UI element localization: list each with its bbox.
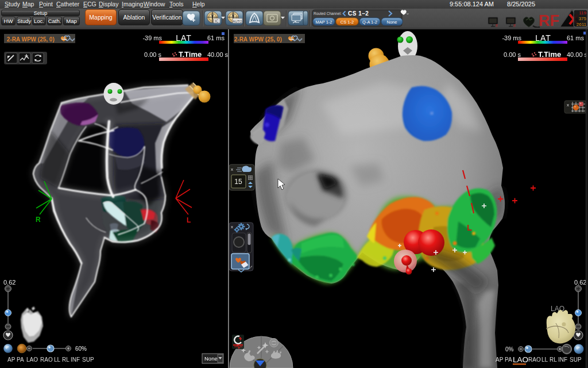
svg-text:-39 ms: -39 ms (502, 34, 521, 41)
svg-text:RF: RF (539, 12, 559, 28)
svg-text:Routed Channel:: Routed Channel: (314, 12, 342, 16)
svg-text:CS 1-2: CS 1-2 (341, 20, 354, 25)
svg-text:PA: PA (505, 356, 512, 363)
svg-text:RAO: RAO (528, 356, 541, 363)
svg-text:T.Time: T.Time (538, 50, 561, 59)
svg-text:RL: RL (550, 356, 557, 363)
svg-text:40.00 s: 40.00 s (207, 51, 228, 58)
svg-text:0.62: 0.62 (3, 279, 16, 286)
svg-text:2-RA WPW (25, 0): 2-RA WPW (25, 0) (234, 36, 282, 43)
svg-text:RAO: RAO (40, 356, 53, 363)
svg-text:None: None (387, 20, 397, 25)
svg-text:INF: INF (558, 356, 567, 363)
svg-text:INF: INF (71, 356, 80, 363)
svg-text:AP: AP (7, 356, 16, 363)
svg-text:LL: LL (54, 356, 61, 363)
svg-text:SUP: SUP (570, 356, 582, 363)
svg-text:RL: RL (62, 356, 69, 363)
svg-text:375: 375 (579, 16, 587, 21)
svg-text:LAO: LAO (513, 355, 528, 364)
svg-text:x: x (231, 167, 233, 172)
svg-text:R: R (36, 216, 41, 224)
svg-text:40.00 s: 40.00 s (567, 51, 588, 58)
svg-text:0.00 s: 0.00 s (144, 51, 161, 58)
svg-text:Q-A 1-2: Q-A 1-2 (362, 20, 377, 25)
svg-text:2611: 2611 (577, 22, 587, 27)
svg-text:119: 119 (579, 10, 586, 16)
svg-text:LL: LL (541, 356, 548, 363)
svg-text:MAP 1-2: MAP 1-2 (315, 20, 332, 25)
svg-text:0.62: 0.62 (574, 279, 586, 286)
svg-text:T.Time: T.Time (179, 50, 202, 59)
svg-text:None: None (204, 355, 218, 362)
svg-text:x: x (231, 224, 233, 229)
svg-text:ff: ff (496, 24, 498, 28)
svg-text:-39 ms: -39 ms (142, 34, 162, 41)
svg-text:61 ms: 61 ms (567, 34, 584, 41)
svg-text:15: 15 (234, 178, 242, 186)
svg-text:IC: IC (215, 19, 219, 23)
svg-text:x: x (567, 102, 569, 108)
svg-text:CS 1–2: CS 1–2 (348, 10, 369, 17)
svg-text:0%: 0% (505, 346, 514, 352)
svg-text:L: L (467, 223, 472, 232)
svg-text:L: L (187, 216, 191, 224)
svg-text:0.00 s: 0.00 s (504, 51, 521, 58)
svg-text:AP: AP (496, 356, 504, 363)
svg-text:LAO: LAO (26, 356, 38, 363)
svg-text:ff: ff (513, 24, 516, 28)
svg-text:SUP: SUP (82, 356, 94, 363)
svg-text:61 ms: 61 ms (207, 34, 225, 41)
svg-text:PA: PA (17, 356, 24, 363)
svg-text:2-RA WPW (25, 0): 2-RA WPW (25, 0) (7, 36, 55, 43)
svg-text:AUTO: AUTO (233, 20, 242, 23)
svg-text:60%: 60% (75, 346, 87, 352)
